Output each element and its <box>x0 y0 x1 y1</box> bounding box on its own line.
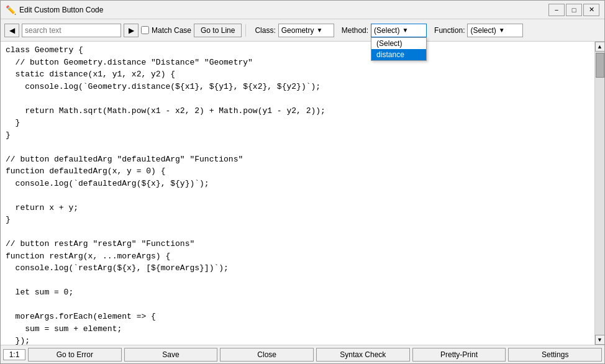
syntax-check-button[interactable]: Syntax Check <box>316 348 410 362</box>
method-dropdown-arrow: ▼ <box>402 27 408 34</box>
match-case-label[interactable]: Match Case <box>141 26 191 35</box>
nav-forward-button[interactable]: ▶ <box>124 24 139 37</box>
window-title: Edit Custom Button Code <box>19 6 548 14</box>
method-dropdown-wrapper: (Select) ▼ (Select) distance <box>371 24 427 37</box>
method-select[interactable]: (Select) ▼ <box>371 24 427 37</box>
method-label: Method: <box>342 26 368 35</box>
title-bar: ✏️ Edit Custom Button Code − □ ✕ <box>1 1 604 19</box>
close-window-button[interactable]: ✕ <box>583 4 599 16</box>
match-case-checkbox[interactable] <box>141 26 149 34</box>
function-value: (Select) <box>470 26 496 35</box>
method-value: (Select) <box>374 26 399 35</box>
match-case-text: Match Case <box>152 26 191 35</box>
editor-area: class Geometry { // button Geometry.dist… <box>1 42 604 345</box>
method-option-select[interactable]: (Select) <box>371 38 426 49</box>
code-editor[interactable]: class Geometry { // button Geometry.dist… <box>1 42 594 345</box>
vertical-scrollbar[interactable]: ▲ ▼ <box>594 42 604 345</box>
scrollbar-thumb[interactable] <box>596 53 604 78</box>
toolbar: ◀ ▶ Match Case Go to Line Class: Geometr… <box>1 19 604 42</box>
cursor-position: 1:1 <box>3 349 25 360</box>
function-label: Function: <box>434 26 465 35</box>
class-label: Class: <box>255 26 275 35</box>
window-icon: ✏️ <box>6 5 16 15</box>
pretty-print-button[interactable]: Pretty-Print <box>412 348 506 362</box>
scroll-up-arrow[interactable]: ▲ <box>595 42 605 52</box>
close-button[interactable]: Close <box>220 348 314 362</box>
goto-error-button[interactable]: Go to Error <box>28 348 122 362</box>
class-dropdown-arrow: ▼ <box>316 27 322 34</box>
scrollbar-track[interactable] <box>595 52 604 335</box>
nav-back-button[interactable]: ◀ <box>4 24 19 37</box>
minimize-button[interactable]: − <box>548 4 565 16</box>
function-dropdown-arrow: ▼ <box>499 27 505 34</box>
save-button[interactable]: Save <box>124 348 218 362</box>
maximize-button[interactable]: □ <box>566 4 582 16</box>
main-window: ✏️ Edit Custom Button Code − □ ✕ ◀ ▶ Mat… <box>0 0 605 364</box>
settings-button[interactable]: Settings <box>508 348 602 362</box>
title-bar-buttons: − □ ✕ <box>548 4 599 16</box>
method-option-distance[interactable]: distance <box>371 49 426 60</box>
scroll-down-arrow[interactable]: ▼ <box>595 335 605 345</box>
class-value: Geometry <box>281 26 314 35</box>
goto-line-button[interactable]: Go to Line <box>194 24 242 37</box>
search-input[interactable] <box>22 24 121 37</box>
class-select[interactable]: Geometry ▼ <box>278 24 334 37</box>
function-select[interactable]: (Select) ▼ <box>467 24 523 37</box>
status-bar: 1:1 Go to Error Save Close Syntax Check … <box>1 345 604 363</box>
separator-1 <box>245 24 246 37</box>
method-dropdown-popup: (Select) distance <box>371 37 427 61</box>
